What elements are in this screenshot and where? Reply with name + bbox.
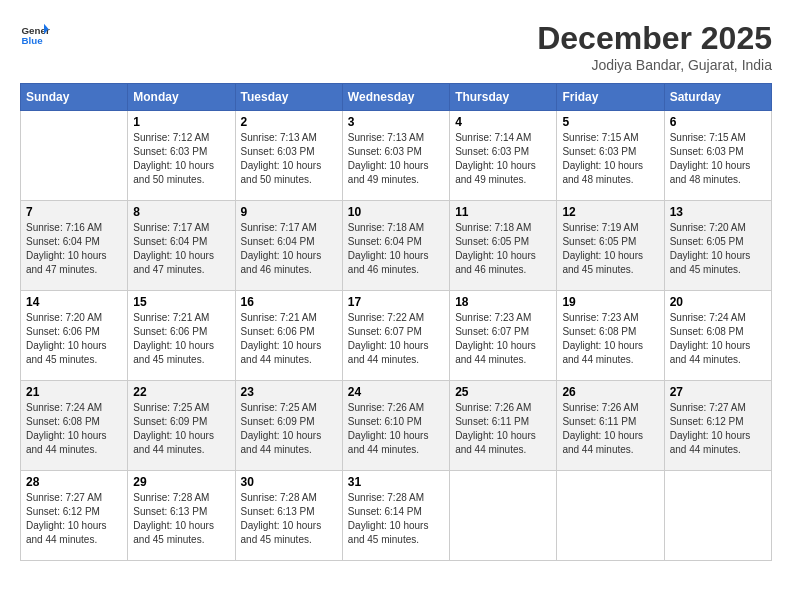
- calendar-week-row: 28Sunrise: 7:27 AMSunset: 6:12 PMDayligh…: [21, 471, 772, 561]
- day-info: Sunrise: 7:18 AMSunset: 6:04 PMDaylight:…: [348, 221, 444, 277]
- logo: General Blue: [20, 20, 52, 50]
- day-number: 23: [241, 385, 337, 399]
- calendar-cell: [21, 111, 128, 201]
- calendar-cell: 8Sunrise: 7:17 AMSunset: 6:04 PMDaylight…: [128, 201, 235, 291]
- day-number: 17: [348, 295, 444, 309]
- day-number: 16: [241, 295, 337, 309]
- day-number: 15: [133, 295, 229, 309]
- calendar-cell: 3Sunrise: 7:13 AMSunset: 6:03 PMDaylight…: [342, 111, 449, 201]
- day-info: Sunrise: 7:14 AMSunset: 6:03 PMDaylight:…: [455, 131, 551, 187]
- calendar-cell: 24Sunrise: 7:26 AMSunset: 6:10 PMDayligh…: [342, 381, 449, 471]
- calendar-cell: [664, 471, 771, 561]
- weekday-header: Tuesday: [235, 84, 342, 111]
- day-info: Sunrise: 7:24 AMSunset: 6:08 PMDaylight:…: [670, 311, 766, 367]
- day-info: Sunrise: 7:18 AMSunset: 6:05 PMDaylight:…: [455, 221, 551, 277]
- day-info: Sunrise: 7:20 AMSunset: 6:05 PMDaylight:…: [670, 221, 766, 277]
- day-number: 8: [133, 205, 229, 219]
- calendar-cell: 6Sunrise: 7:15 AMSunset: 6:03 PMDaylight…: [664, 111, 771, 201]
- day-info: Sunrise: 7:28 AMSunset: 6:13 PMDaylight:…: [133, 491, 229, 547]
- day-info: Sunrise: 7:22 AMSunset: 6:07 PMDaylight:…: [348, 311, 444, 367]
- day-number: 7: [26, 205, 122, 219]
- day-info: Sunrise: 7:28 AMSunset: 6:14 PMDaylight:…: [348, 491, 444, 547]
- day-number: 20: [670, 295, 766, 309]
- calendar-cell: 15Sunrise: 7:21 AMSunset: 6:06 PMDayligh…: [128, 291, 235, 381]
- page-header: General Blue December 2025 Jodiya Bandar…: [20, 20, 772, 73]
- day-number: 6: [670, 115, 766, 129]
- calendar-cell: 9Sunrise: 7:17 AMSunset: 6:04 PMDaylight…: [235, 201, 342, 291]
- calendar-cell: 18Sunrise: 7:23 AMSunset: 6:07 PMDayligh…: [450, 291, 557, 381]
- day-info: Sunrise: 7:21 AMSunset: 6:06 PMDaylight:…: [133, 311, 229, 367]
- calendar-cell: 5Sunrise: 7:15 AMSunset: 6:03 PMDaylight…: [557, 111, 664, 201]
- day-number: 3: [348, 115, 444, 129]
- day-number: 31: [348, 475, 444, 489]
- day-number: 12: [562, 205, 658, 219]
- weekday-header: Monday: [128, 84, 235, 111]
- calendar-cell: 17Sunrise: 7:22 AMSunset: 6:07 PMDayligh…: [342, 291, 449, 381]
- day-info: Sunrise: 7:25 AMSunset: 6:09 PMDaylight:…: [133, 401, 229, 457]
- calendar-cell: 23Sunrise: 7:25 AMSunset: 6:09 PMDayligh…: [235, 381, 342, 471]
- day-info: Sunrise: 7:15 AMSunset: 6:03 PMDaylight:…: [670, 131, 766, 187]
- calendar-cell: 22Sunrise: 7:25 AMSunset: 6:09 PMDayligh…: [128, 381, 235, 471]
- day-number: 10: [348, 205, 444, 219]
- calendar-cell: 28Sunrise: 7:27 AMSunset: 6:12 PMDayligh…: [21, 471, 128, 561]
- day-info: Sunrise: 7:17 AMSunset: 6:04 PMDaylight:…: [133, 221, 229, 277]
- day-number: 14: [26, 295, 122, 309]
- day-info: Sunrise: 7:23 AMSunset: 6:07 PMDaylight:…: [455, 311, 551, 367]
- calendar-cell: 14Sunrise: 7:20 AMSunset: 6:06 PMDayligh…: [21, 291, 128, 381]
- location: Jodiya Bandar, Gujarat, India: [537, 57, 772, 73]
- weekday-header: Friday: [557, 84, 664, 111]
- day-number: 25: [455, 385, 551, 399]
- day-number: 18: [455, 295, 551, 309]
- day-info: Sunrise: 7:20 AMSunset: 6:06 PMDaylight:…: [26, 311, 122, 367]
- day-info: Sunrise: 7:23 AMSunset: 6:08 PMDaylight:…: [562, 311, 658, 367]
- calendar-cell: 26Sunrise: 7:26 AMSunset: 6:11 PMDayligh…: [557, 381, 664, 471]
- day-number: 24: [348, 385, 444, 399]
- day-info: Sunrise: 7:26 AMSunset: 6:11 PMDaylight:…: [562, 401, 658, 457]
- day-number: 13: [670, 205, 766, 219]
- calendar-week-row: 14Sunrise: 7:20 AMSunset: 6:06 PMDayligh…: [21, 291, 772, 381]
- weekday-header: Thursday: [450, 84, 557, 111]
- calendar-cell: 20Sunrise: 7:24 AMSunset: 6:08 PMDayligh…: [664, 291, 771, 381]
- weekday-header: Saturday: [664, 84, 771, 111]
- calendar-cell: 21Sunrise: 7:24 AMSunset: 6:08 PMDayligh…: [21, 381, 128, 471]
- day-info: Sunrise: 7:28 AMSunset: 6:13 PMDaylight:…: [241, 491, 337, 547]
- day-number: 22: [133, 385, 229, 399]
- calendar-cell: 2Sunrise: 7:13 AMSunset: 6:03 PMDaylight…: [235, 111, 342, 201]
- calendar-week-row: 21Sunrise: 7:24 AMSunset: 6:08 PMDayligh…: [21, 381, 772, 471]
- calendar-cell: 31Sunrise: 7:28 AMSunset: 6:14 PMDayligh…: [342, 471, 449, 561]
- calendar-cell: 27Sunrise: 7:27 AMSunset: 6:12 PMDayligh…: [664, 381, 771, 471]
- day-number: 26: [562, 385, 658, 399]
- calendar-week-row: 7Sunrise: 7:16 AMSunset: 6:04 PMDaylight…: [21, 201, 772, 291]
- day-info: Sunrise: 7:24 AMSunset: 6:08 PMDaylight:…: [26, 401, 122, 457]
- logo-icon: General Blue: [20, 20, 50, 50]
- day-number: 9: [241, 205, 337, 219]
- day-number: 4: [455, 115, 551, 129]
- calendar-cell: 11Sunrise: 7:18 AMSunset: 6:05 PMDayligh…: [450, 201, 557, 291]
- calendar-cell: 16Sunrise: 7:21 AMSunset: 6:06 PMDayligh…: [235, 291, 342, 381]
- svg-text:Blue: Blue: [22, 35, 44, 46]
- calendar-cell: 12Sunrise: 7:19 AMSunset: 6:05 PMDayligh…: [557, 201, 664, 291]
- calendar-cell: 25Sunrise: 7:26 AMSunset: 6:11 PMDayligh…: [450, 381, 557, 471]
- weekday-header: Wednesday: [342, 84, 449, 111]
- title-block: December 2025 Jodiya Bandar, Gujarat, In…: [537, 20, 772, 73]
- calendar-cell: [450, 471, 557, 561]
- day-number: 30: [241, 475, 337, 489]
- day-info: Sunrise: 7:15 AMSunset: 6:03 PMDaylight:…: [562, 131, 658, 187]
- day-number: 28: [26, 475, 122, 489]
- calendar-cell: 10Sunrise: 7:18 AMSunset: 6:04 PMDayligh…: [342, 201, 449, 291]
- day-number: 1: [133, 115, 229, 129]
- calendar-table: SundayMondayTuesdayWednesdayThursdayFrid…: [20, 83, 772, 561]
- day-info: Sunrise: 7:27 AMSunset: 6:12 PMDaylight:…: [26, 491, 122, 547]
- day-info: Sunrise: 7:21 AMSunset: 6:06 PMDaylight:…: [241, 311, 337, 367]
- weekday-header-row: SundayMondayTuesdayWednesdayThursdayFrid…: [21, 84, 772, 111]
- day-info: Sunrise: 7:25 AMSunset: 6:09 PMDaylight:…: [241, 401, 337, 457]
- calendar-cell: 19Sunrise: 7:23 AMSunset: 6:08 PMDayligh…: [557, 291, 664, 381]
- calendar-cell: 4Sunrise: 7:14 AMSunset: 6:03 PMDaylight…: [450, 111, 557, 201]
- day-info: Sunrise: 7:17 AMSunset: 6:04 PMDaylight:…: [241, 221, 337, 277]
- day-number: 29: [133, 475, 229, 489]
- day-info: Sunrise: 7:12 AMSunset: 6:03 PMDaylight:…: [133, 131, 229, 187]
- calendar-cell: 13Sunrise: 7:20 AMSunset: 6:05 PMDayligh…: [664, 201, 771, 291]
- day-info: Sunrise: 7:26 AMSunset: 6:10 PMDaylight:…: [348, 401, 444, 457]
- day-info: Sunrise: 7:19 AMSunset: 6:05 PMDaylight:…: [562, 221, 658, 277]
- day-number: 11: [455, 205, 551, 219]
